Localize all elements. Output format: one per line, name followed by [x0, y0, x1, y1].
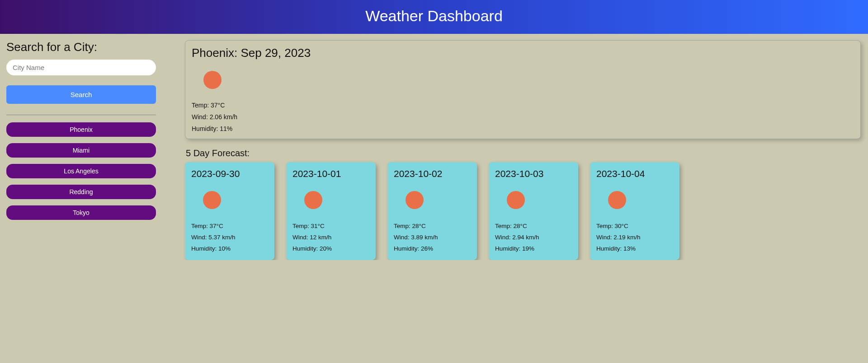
forecast-date: 2023-09-30 — [191, 168, 269, 179]
forecast-wind: Wind: 5.37 km/h — [191, 234, 269, 241]
forecast-wind: Wind: 2.94 km/h — [495, 234, 573, 241]
forecast-date: 2023-10-02 — [394, 168, 472, 179]
forecast-temp: Temp: 28°C — [394, 223, 472, 229]
search-button[interactable]: Search — [6, 85, 156, 104]
forecast-title: 5 Day Forecast: — [186, 148, 863, 158]
history-item-tokyo[interactable]: Tokyo — [6, 205, 156, 220]
page-title: Weather Dashboard — [0, 7, 868, 25]
forecast-card: 2023-10-02 Temp: 28°C Wind: 3.89 km/h Hu… — [387, 162, 477, 260]
forecast-card: 2023-10-04 Temp: 30°C Wind: 2.19 km/h Hu… — [590, 162, 679, 260]
forecast-humidity: Humidity: 19% — [495, 245, 573, 252]
forecast-temp: Temp: 31°C — [292, 223, 370, 229]
current-heading: Phoenix: Sep 29, 2023 — [192, 46, 854, 60]
forecast-date: 2023-10-03 — [495, 168, 573, 179]
sun-icon — [304, 191, 322, 209]
search-heading: Search for a City: — [6, 40, 156, 54]
forecast-date: 2023-10-04 — [596, 168, 674, 179]
history-item-miami[interactable]: Miami — [6, 143, 156, 158]
current-weather-card: Phoenix: Sep 29, 2023 Temp: 37°C Wind: 2… — [185, 40, 861, 139]
main-layout: Search for a City: Search Phoenix Miami … — [0, 34, 868, 260]
forecast-temp: Temp: 37°C — [191, 223, 269, 229]
forecast-card: 2023-10-01 Temp: 31°C Wind: 12 km/h Humi… — [286, 162, 376, 260]
forecast-wind: Wind: 3.89 km/h — [394, 234, 472, 241]
history-item-redding[interactable]: Redding — [6, 185, 156, 199]
forecast-wind: Wind: 2.19 km/h — [596, 234, 674, 241]
forecast-card: 2023-09-30 Temp: 37°C Wind: 5.37 km/h Hu… — [185, 162, 274, 260]
history-item-los-angeles[interactable]: Los Angeles — [6, 164, 156, 178]
forecast-temp: Temp: 28°C — [495, 223, 573, 229]
sun-icon — [406, 191, 424, 209]
app-header: Weather Dashboard — [0, 0, 868, 34]
forecast-card: 2023-10-03 Temp: 28°C Wind: 2.94 km/h Hu… — [489, 162, 578, 260]
sun-icon — [608, 191, 626, 209]
current-humidity: Humidity: 11% — [192, 125, 854, 132]
search-input[interactable] — [6, 60, 156, 75]
forecast-humidity: Humidity: 13% — [596, 245, 674, 252]
sidebar: Search for a City: Search Phoenix Miami … — [6, 40, 162, 260]
forecast-humidity: Humidity: 10% — [191, 245, 269, 252]
main-content: Phoenix: Sep 29, 2023 Temp: 37°C Wind: 2… — [162, 40, 868, 260]
forecast-humidity: Humidity: 26% — [394, 245, 472, 252]
forecast-date: 2023-10-01 — [292, 168, 370, 179]
divider — [6, 115, 156, 115]
forecast-temp: Temp: 30°C — [596, 223, 674, 229]
history-item-phoenix[interactable]: Phoenix — [6, 122, 156, 137]
sun-icon — [203, 191, 221, 209]
sun-icon — [507, 191, 525, 209]
sun-icon — [203, 71, 222, 89]
forecast-row: 2023-09-30 Temp: 37°C Wind: 5.37 km/h Hu… — [185, 162, 863, 260]
current-temp: Temp: 37°C — [192, 102, 854, 109]
current-wind: Wind: 2.06 km/h — [192, 113, 854, 121]
forecast-wind: Wind: 12 km/h — [292, 234, 370, 241]
forecast-humidity: Humidity: 20% — [292, 245, 370, 252]
